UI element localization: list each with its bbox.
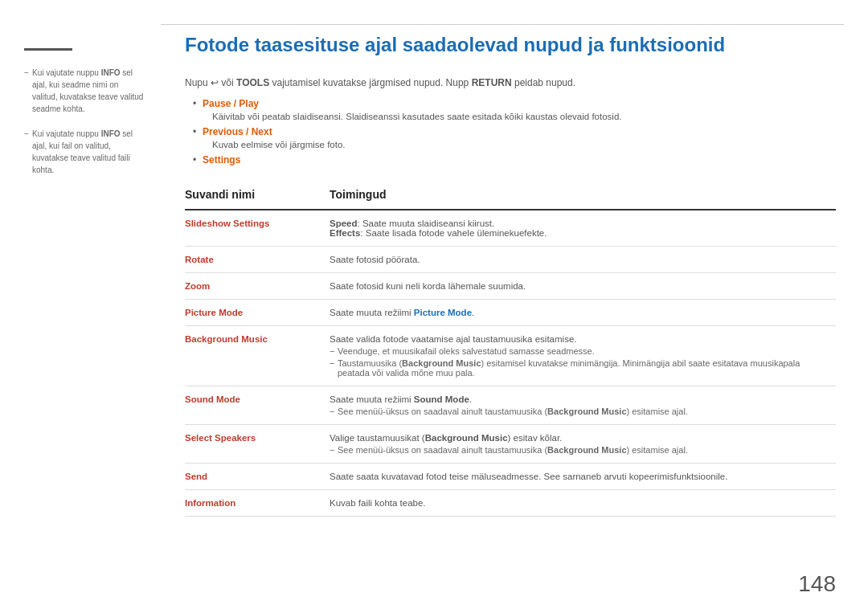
main-content: Fotode taasesituse ajal saadaolevad nupu… — [161, 0, 868, 613]
table-row: Information Kuvab faili kohta teabe. — [185, 490, 836, 517]
row-name-send: Send — [185, 464, 330, 490]
row-actions-information: Kuvab faili kohta teabe. — [330, 490, 836, 517]
table-row: Rotate Saate fotosid pöörata. — [185, 247, 836, 273]
sidebar-accent-line — [24, 48, 72, 51]
page-number: 148 — [798, 571, 836, 597]
sidebar-note-2: Kui vajutate nuppu INFO sel ajal, kui fa… — [24, 128, 145, 176]
col-header-name: Suvandi nimi — [185, 182, 330, 210]
table-row: Picture Mode Saate muuta režiimi Picture… — [185, 300, 836, 326]
table-row: Slideshow Settings Speed: Saate muuta sl… — [185, 210, 836, 247]
col-header-actions: Toimingud — [330, 182, 836, 210]
action-line: Saate muuta režiimi Sound Mode. — [330, 394, 828, 404]
bullet-label-previous-next: Previous / Next — [203, 126, 272, 137]
row-name-sound-mode: Sound Mode — [185, 386, 330, 425]
inline-bold: Picture Mode — [414, 308, 472, 317]
row-actions-background-music: Saate valida fotode vaatamise ajal taust… — [330, 326, 836, 386]
row-note: See menüü-üksus on saadaval ainult taust… — [330, 445, 828, 455]
bullet-desc-previous-next: Kuvab eelmise või järgmise foto. — [203, 140, 836, 149]
table-header-row: Suvandi nimi Toimingud — [185, 182, 836, 210]
action-line: Saate valida fotode vaatamise ajal taust… — [330, 334, 828, 344]
bullet-label-pause-play: Pause / Play — [203, 98, 259, 109]
table-row: Sound Mode Saate muuta režiimi Sound Mod… — [185, 386, 836, 425]
row-name-picture-mode: Picture Mode — [185, 300, 330, 326]
row-actions-picture-mode: Saate muuta režiimi Picture Mode. — [330, 300, 836, 326]
bullet-previous-next: Previous / Next Kuvab eelmise või järgmi… — [193, 126, 836, 149]
table-row: Background Music Saate valida fotode vaa… — [185, 326, 836, 386]
row-name-select-speakers: Select Speakers — [185, 425, 330, 464]
bullet-settings: Settings — [193, 154, 836, 166]
row-actions-sound-mode: Saate muuta režiimi Sound Mode. See menü… — [330, 386, 836, 425]
row-name-rotate: Rotate — [185, 247, 330, 273]
action-line: Valige taustamuusikat (Background Music)… — [330, 433, 828, 443]
sidebar-note-1: Kui vajutate nuppu INFO sel ajal, kui se… — [24, 67, 145, 115]
intro-paragraph: Nupu ↩ või TOOLS vajutamisel kuvatakse j… — [185, 77, 836, 88]
top-rule — [161, 24, 844, 25]
row-actions-zoom: Saate fotosid kuni neli korda lähemale s… — [330, 273, 836, 300]
sidebar: Kui vajutate nuppu INFO sel ajal, kui se… — [0, 0, 161, 613]
table-row: Zoom Saate fotosid kuni neli korda lähem… — [185, 273, 836, 300]
features-table: Suvandi nimi Toimingud Slideshow Setting… — [185, 182, 836, 517]
row-note: See menüü-üksus on saadaval ainult taust… — [330, 407, 828, 416]
row-note: Veenduge, et muusikafail oleks salvestat… — [330, 346, 828, 356]
row-actions-select-speakers: Valige taustamuusikat (Background Music)… — [330, 425, 836, 464]
row-note: Taustamuusika (Background Music) esitami… — [330, 358, 828, 378]
row-actions-slideshow: Speed: Saate muuta slaidiseansi kiirust.… — [330, 210, 836, 247]
bullet-desc-pause-play: Käivitab või peatab slaidiseansi. Slaidi… — [203, 112, 836, 121]
page-container: Kui vajutate nuppu INFO sel ajal, kui se… — [0, 0, 868, 613]
bullet-label-settings: Settings — [203, 154, 240, 166]
row-name-information: Information — [185, 490, 330, 517]
action-line: Speed: Saate muuta slaidiseansi kiirust. — [330, 219, 828, 228]
table-row: Send Saate saata kuvatavad fotod teise m… — [185, 464, 836, 490]
row-name-zoom: Zoom — [185, 273, 330, 300]
bullet-pause-play: Pause / Play Käivitab või peatab slaidis… — [193, 98, 836, 121]
action-line: Effects: Saate lisada fotode vahele ülem… — [330, 228, 828, 238]
row-name-slideshow: Slideshow Settings — [185, 210, 330, 247]
feature-bullet-list: Pause / Play Käivitab või peatab slaidis… — [185, 98, 836, 166]
table-row: Select Speakers Valige taustamuusikat (B… — [185, 425, 836, 464]
row-actions-send: Saate saata kuvatavad fotod teise mäluse… — [330, 464, 836, 490]
row-name-background-music: Background Music — [185, 326, 330, 386]
row-actions-rotate: Saate fotosid pöörata. — [330, 247, 836, 273]
page-title: Fotode taasesituse ajal saadaolevad nupu… — [185, 32, 836, 57]
